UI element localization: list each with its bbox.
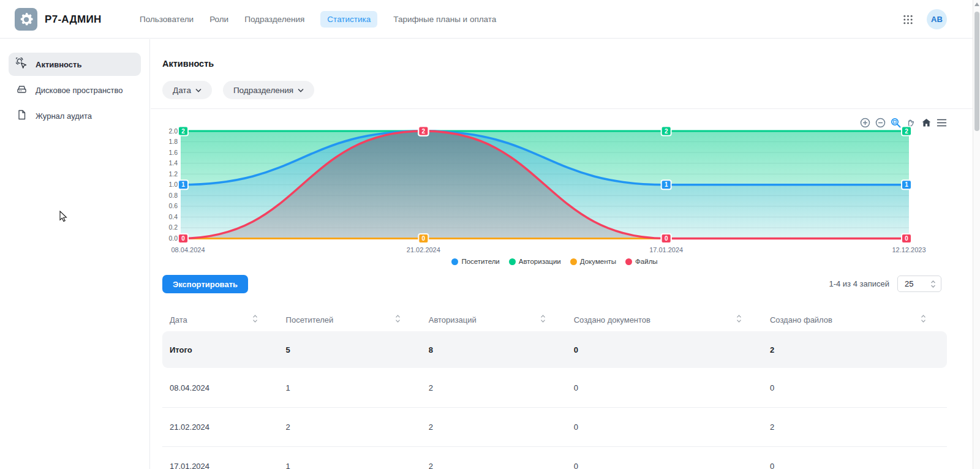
svg-text:2: 2 — [905, 128, 908, 135]
activity-table: ДатаПосетителейАвторизацийСоздано докуме… — [162, 309, 947, 469]
svg-text:0.0: 0.0 — [168, 234, 178, 242]
legend-label: Посетители — [461, 258, 499, 265]
svg-text:1.6: 1.6 — [168, 149, 178, 156]
legend-item-3[interactable]: Документы — [570, 258, 616, 265]
svg-text:0: 0 — [181, 235, 185, 242]
table-cell: 2 — [421, 368, 567, 407]
svg-text:0.8: 0.8 — [168, 192, 178, 199]
filter-pill-1[interactable]: Дата — [162, 81, 212, 99]
sidebar: АктивностьДисковое пространствоЖурнал ау… — [0, 39, 150, 469]
export-button[interactable]: Экспортировать — [162, 275, 248, 293]
select-stepper-icon — [930, 280, 936, 288]
svg-text:2.0: 2.0 — [168, 127, 178, 135]
sort-icon[interactable] — [540, 314, 546, 325]
svg-text:2: 2 — [665, 128, 668, 135]
sidebar-item-2[interactable]: Дисковое пространство — [9, 78, 141, 102]
sort-icon[interactable] — [921, 314, 926, 325]
table-cell: 0 — [567, 447, 763, 469]
activity-icon — [16, 58, 28, 71]
disk-icon — [16, 83, 28, 97]
table-cell: 2 — [763, 408, 947, 446]
chart-legend: ПосетителиАвторизацииДокументыФайлы — [162, 258, 947, 265]
table-cell: 5 — [279, 331, 421, 368]
column-label: Авторизаций — [429, 315, 477, 325]
scrollbar-up-arrow-icon[interactable] — [974, 2, 979, 6]
legend-item-4[interactable]: Файлы — [625, 258, 658, 265]
table-cell: 2 — [763, 331, 947, 368]
nav-item-5[interactable]: Тарифные планы и оплата — [393, 15, 496, 24]
nav-item-3[interactable]: Подразделения — [244, 15, 304, 24]
filter-label: Дата — [173, 86, 191, 95]
column-header-1[interactable]: Дата — [162, 309, 279, 330]
svg-text:0: 0 — [422, 235, 426, 242]
nav-item-4[interactable]: Статистика — [320, 11, 377, 28]
app-title: Р7-АДМИН — [45, 13, 102, 26]
table-cell: 1 — [279, 447, 421, 469]
legend-label: Документы — [580, 258, 616, 265]
sort-icon[interactable] — [736, 314, 742, 325]
activity-chart[interactable]: 2.01.81.61.41.21.00.80.60.40.20.02222121… — [162, 114, 952, 258]
sidebar-item-3[interactable]: Журнал аудита — [9, 104, 141, 127]
svg-text:0.2: 0.2 — [168, 223, 178, 231]
table-cell: 0 — [763, 368, 947, 407]
legend-label: Файлы — [635, 258, 658, 265]
sort-icon[interactable] — [252, 314, 258, 325]
legend-marker — [570, 258, 577, 265]
legend-marker — [451, 258, 458, 265]
table-row-3: 17.01.20241200 — [162, 446, 947, 469]
table-row-2: 21.02.20242202 — [162, 407, 947, 446]
table-cell: 21.02.2024 — [162, 408, 279, 446]
nav-item-2[interactable]: Роли — [209, 15, 228, 24]
svg-text:08.04.2024: 08.04.2024 — [171, 246, 205, 253]
chevron-down-icon — [298, 88, 304, 92]
brand-block: Р7-АДМИН — [15, 8, 102, 31]
table-row-1: 08.04.20241200 — [162, 368, 947, 407]
filter-pill-2[interactable]: Подразделения — [223, 81, 314, 99]
user-avatar[interactable]: АВ — [927, 9, 947, 29]
nav-item-1[interactable]: Пользователи — [140, 15, 194, 24]
legend-marker — [509, 258, 516, 265]
svg-text:1: 1 — [665, 181, 668, 188]
table-cell: 0 — [567, 368, 763, 407]
table-cell: 17.01.2024 — [162, 447, 279, 469]
sort-icon[interactable] — [395, 314, 401, 325]
apps-grid-icon[interactable] — [903, 14, 913, 24]
legend-item-2[interactable]: Авторизации — [509, 258, 561, 265]
gear-logo-icon — [15, 8, 37, 31]
sidebar-item-label: Активность — [36, 60, 81, 69]
svg-text:0.6: 0.6 — [168, 202, 178, 209]
svg-text:1.8: 1.8 — [168, 138, 178, 145]
svg-text:12.12.2023: 12.12.2023 — [892, 246, 925, 253]
svg-text:0: 0 — [905, 235, 908, 242]
table-cell: 1 — [279, 368, 421, 407]
file-icon — [16, 109, 28, 122]
sidebar-item-label: Дисковое пространство — [36, 86, 123, 95]
page-size-select[interactable]: 25 — [897, 276, 941, 292]
section-divider — [151, 108, 980, 109]
top-header: Р7-АДМИН ПользователиРолиПодразделенияСт… — [0, 0, 980, 39]
table-cell: 0 — [567, 331, 763, 368]
column-header-2[interactable]: Посетителей — [279, 309, 421, 330]
pagination: 1-4 из 4 записей 25 — [829, 276, 941, 292]
column-header-3[interactable]: Авторизаций — [421, 309, 567, 330]
sidebar-item-1[interactable]: Активность — [9, 53, 141, 76]
filters-row: ДатаПодразделения — [162, 81, 314, 99]
page-scrollbar[interactable] — [973, 0, 980, 469]
column-label: Создано файлов — [770, 315, 832, 325]
header-right: АВ — [903, 0, 947, 39]
table-cell: 0 — [567, 408, 763, 446]
svg-text:1.4: 1.4 — [168, 159, 178, 167]
table-cell: Итого — [162, 331, 279, 368]
sidebar-item-label: Журнал аудита — [36, 111, 92, 121]
filter-label: Подразделения — [233, 86, 293, 95]
svg-text:1.0: 1.0 — [168, 181, 178, 188]
column-header-5[interactable]: Создано файлов — [763, 309, 947, 330]
scrollbar-thumb[interactable] — [974, 12, 979, 131]
table-total-row: Итого5802 — [162, 331, 947, 368]
column-header-4[interactable]: Создано документов — [567, 309, 763, 330]
svg-text:1: 1 — [181, 181, 185, 188]
column-label: Дата — [170, 315, 187, 325]
legend-item-1[interactable]: Посетители — [451, 258, 499, 265]
table-cell: 0 — [763, 447, 947, 469]
table-cell: 08.04.2024 — [162, 368, 279, 407]
